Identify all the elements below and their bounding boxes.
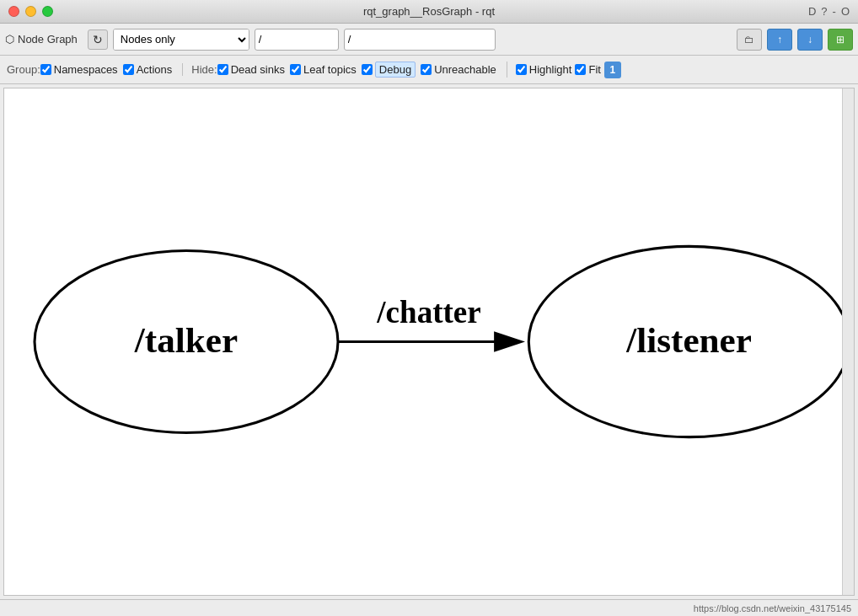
highlight-checkbox-item[interactable]: Highlight — [516, 63, 572, 76]
title-close-button[interactable]: O — [841, 5, 850, 18]
toolbar-row2: Group: Namespaces Actions Hide: Dead sin… — [0, 56, 858, 84]
upload-icon-2: ↓ — [807, 34, 812, 46]
unreachable-checkbox[interactable] — [421, 64, 432, 75]
main-window: rqt_graph__RosGraph - rqt D ? - O ⬡ Node… — [0, 0, 858, 616]
title-d-button[interactable]: D — [808, 5, 816, 18]
status-bar: https://blog.csdn.net/weixin_43175145 — [0, 599, 858, 616]
debug-checkbox[interactable] — [362, 64, 373, 75]
filter-input-1[interactable] — [255, 29, 339, 51]
group-section: Namespaces Actions — [40, 63, 184, 76]
namespaces-checkbox[interactable] — [40, 64, 51, 75]
leaf-topics-checkbox-item[interactable]: Leaf topics — [290, 63, 357, 76]
leaf-topics-checkbox[interactable] — [290, 64, 301, 75]
upload-icon-1: ↑ — [777, 34, 782, 46]
upload-button-2[interactable]: ↓ — [797, 29, 823, 51]
node-graph-label: Node Graph — [18, 33, 78, 46]
unreachable-checkbox-item[interactable]: Unreachable — [421, 63, 496, 76]
fit-checkbox-item[interactable]: Fit — [575, 63, 600, 76]
minimize-button[interactable] — [25, 6, 36, 17]
refresh-button[interactable]: ↻ — [88, 29, 108, 50]
num-badge[interactable]: 1 — [604, 62, 621, 78]
title-bar-right: D ? - O — [808, 5, 850, 18]
fit-label[interactable]: Fit — [588, 63, 600, 76]
unreachable-label[interactable]: Unreachable — [434, 63, 496, 76]
window-controls — [8, 6, 53, 17]
dead-sinks-checkbox-item[interactable]: Dead sinks — [217, 63, 285, 76]
close-button[interactable] — [8, 6, 19, 17]
title-help-button[interactable]: ? — [821, 5, 827, 18]
hide-section: Dead sinks Leaf topics Debug Unreachable — [217, 62, 507, 78]
grid-icon: ⊞ — [836, 34, 845, 46]
hide-label: Hide: — [191, 63, 217, 76]
highlight-checkbox[interactable] — [516, 64, 527, 75]
maximize-button[interactable] — [42, 6, 53, 17]
debug-label[interactable]: Debug — [375, 62, 416, 78]
folder-button[interactable]: 🗀 — [737, 29, 762, 51]
upload-button-1[interactable]: ↑ — [767, 29, 792, 51]
title-minimize-button[interactable]: - — [833, 5, 836, 18]
status-url: https://blog.csdn.net/weixin_43175145 — [694, 603, 851, 613]
fit-checkbox[interactable] — [575, 64, 586, 75]
group-label: Group: — [7, 63, 40, 76]
refresh-icon: ↻ — [93, 33, 103, 46]
listener-label: /listener — [625, 320, 752, 360]
namespaces-checkbox-item[interactable]: Namespaces — [40, 63, 118, 76]
namespaces-label[interactable]: Namespaces — [54, 63, 118, 76]
view-mode-select[interactable]: Nodes only Nodes/Topics (all) Nodes/Topi… — [114, 29, 249, 50]
highlight-label[interactable]: Highlight — [529, 63, 572, 76]
debug-checkbox-item[interactable]: Debug — [362, 62, 416, 78]
leaf-topics-label[interactable]: Leaf topics — [303, 63, 357, 76]
dead-sinks-label[interactable]: Dead sinks — [231, 63, 285, 76]
grid-button[interactable]: ⊞ — [828, 29, 853, 51]
folder-icon: 🗀 — [744, 34, 754, 46]
view-mode-dropdown[interactable]: Nodes only Nodes/Topics (all) Nodes/Topi… — [113, 29, 249, 51]
title-bar: rqt_graph__RosGraph - rqt D ? - O — [0, 0, 858, 24]
actions-checkbox-item[interactable]: Actions — [123, 63, 173, 76]
graph-canvas: /talker /chatter /listener — [3, 88, 855, 596]
graph-svg: /talker /chatter /listener — [4, 88, 854, 595]
dead-sinks-checkbox[interactable] — [217, 64, 228, 75]
window-title: rqt_graph__RosGraph - rqt — [363, 5, 495, 18]
actions-checkbox[interactable] — [123, 64, 134, 75]
scrollbar-right[interactable] — [842, 88, 854, 595]
talker-label: /talker — [134, 320, 238, 360]
filter-input-2[interactable] — [344, 29, 496, 51]
actions-label[interactable]: Actions — [137, 63, 173, 76]
edge-label: /chatter — [376, 295, 480, 329]
toolbar-row1: ⬡ Node Graph ↻ Nodes only Nodes/Topics (… — [0, 24, 858, 56]
node-graph-icon: ⬡ — [5, 33, 14, 46]
